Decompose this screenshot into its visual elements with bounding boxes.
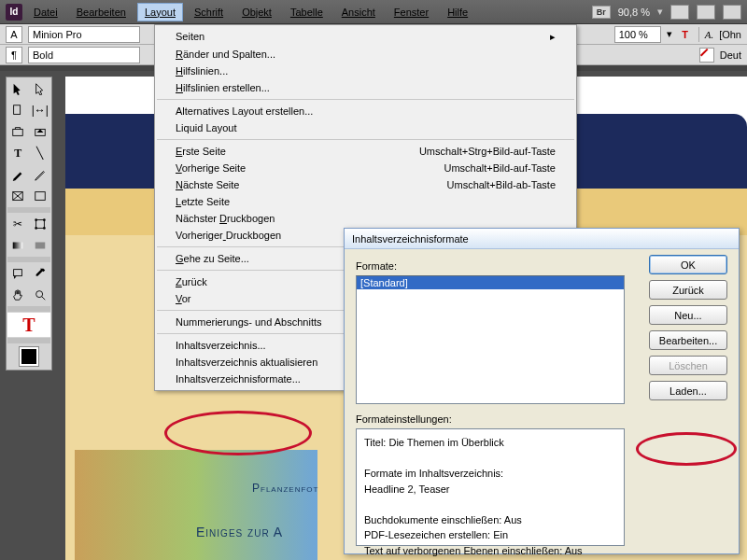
menu-item[interactable]: Hilfslinien erstellen... (155, 79, 576, 96)
gap-tool[interactable]: |↔| (30, 100, 51, 120)
svg-point-7 (43, 218, 46, 221)
deut-label: Deut (720, 49, 741, 61)
zoom-readout[interactable]: 90,8 % (618, 7, 650, 18)
pen-tool[interactable] (7, 164, 29, 185)
tools-panel: |↔| T ╲ ✂ T (6, 77, 52, 371)
fill-text-icon[interactable]: T (678, 27, 693, 42)
svg-rect-11 (35, 243, 46, 249)
formats-list[interactable]: [Standard] (356, 275, 625, 404)
note-tool[interactable] (7, 263, 29, 284)
default-fill-stroke[interactable] (7, 344, 50, 369)
menu-item[interactable]: Hilfslinien... (155, 63, 576, 79)
edit-button[interactable]: Bearbeiten... (649, 330, 727, 350)
hand-tool[interactable] (7, 285, 29, 305)
svg-rect-0 (14, 105, 21, 115)
svg-point-9 (43, 227, 46, 230)
delete-button[interactable]: Löschen (649, 356, 727, 375)
char-format-icon[interactable]: A (6, 26, 22, 43)
char-style-icon[interactable]: A. (705, 29, 713, 40)
menu-layout[interactable]: Layout (137, 3, 183, 21)
settings-line: Buchdokumente einschließen: Aus (364, 512, 616, 528)
gradient-swatch-tool[interactable] (7, 235, 29, 256)
ohn-label: [Ohn (719, 29, 741, 40)
settings-line: Titel: Die Themen im Überblick (364, 435, 616, 451)
menu-objekt[interactable]: Objekt (234, 3, 279, 21)
menu-fenster[interactable]: Fenster (387, 3, 436, 21)
settings-label: Formateinstellungen: (356, 413, 727, 425)
placed-image (75, 450, 317, 560)
menu-item[interactable]: Nächste SeiteUmschalt+Bild-ab-Taste (155, 176, 576, 193)
settings-box: Titel: Die Themen im Überblick Formate i… (356, 428, 625, 546)
svg-rect-1 (13, 129, 23, 135)
menu-schrift[interactable]: Schrift (187, 3, 231, 21)
eyedropper-tool[interactable] (30, 263, 51, 284)
rect-frame-tool[interactable] (7, 186, 29, 206)
menu-item[interactable]: Vorherige SeiteUmschalt+Bild-auf-Taste (155, 160, 576, 176)
menu-item[interactable]: Letzte Seite (155, 193, 576, 210)
menu-item[interactable]: Nächster Druckbogen (155, 210, 576, 227)
settings-line: Headline 2, Teaser (364, 482, 616, 497)
zoom-tool[interactable] (30, 285, 51, 305)
page-heading-1: Pflanzenfot (252, 482, 318, 495)
svg-point-13 (35, 291, 42, 298)
content-placer-tool[interactable] (30, 121, 51, 142)
menu-hilfe[interactable]: Hilfe (440, 3, 475, 21)
settings-line: Text auf verborgenen Ebenen einschließen… (364, 543, 616, 559)
font-weight-field[interactable] (28, 47, 140, 63)
menu-ansicht[interactable]: Ansicht (334, 3, 383, 21)
page-heading-2: Einiges zur A (196, 525, 283, 539)
settings-line (364, 451, 616, 467)
menu-item[interactable]: Seiten▸ (155, 28, 576, 46)
gradient-feather-tool[interactable] (30, 235, 51, 256)
menu-item[interactable]: Liquid Layout (155, 119, 576, 136)
free-transform-tool[interactable] (30, 214, 51, 234)
screen-mode-icon[interactable] (670, 5, 689, 20)
settings-line (364, 497, 616, 512)
settings-line: Formate im Inhaltsverzeichnis: (364, 466, 616, 482)
view-options-icon[interactable] (723, 5, 741, 20)
load-button[interactable]: Laden... (649, 381, 727, 400)
font-family-field[interactable] (28, 26, 140, 43)
scissors-tool[interactable]: ✂ (7, 214, 29, 234)
arrange-icon[interactable] (697, 5, 715, 20)
selection-tool[interactable] (7, 78, 29, 99)
fill-stroke-proxy[interactable]: T (7, 313, 50, 337)
menu-item[interactable]: Alternatives Layout erstellen... (155, 103, 576, 119)
zoom-field[interactable] (614, 26, 661, 43)
menubar: Id Datei Bearbeiten Layout Schrift Objek… (0, 0, 747, 24)
stroke-swatch-icon[interactable] (699, 48, 714, 63)
app-icon: Id (6, 4, 22, 21)
content-collector-tool[interactable] (7, 121, 29, 142)
para-format-icon[interactable]: ¶ (6, 47, 22, 63)
type-tool[interactable]: T (7, 143, 29, 163)
settings-line: PDF-Lesezeichen erstellen: Ein (364, 527, 616, 543)
new-button[interactable]: Neu... (649, 305, 727, 325)
svg-rect-4 (35, 192, 46, 201)
ok-button[interactable]: OK (649, 255, 727, 274)
bridge-chip[interactable]: Br (592, 6, 611, 19)
menu-tabelle[interactable]: Tabelle (283, 3, 331, 21)
menu-datei[interactable]: Datei (26, 3, 65, 21)
menu-item[interactable]: Ränder und Spalten... (155, 46, 576, 63)
svg-rect-12 (14, 270, 22, 276)
svg-rect-10 (13, 243, 23, 249)
toc-formats-dialog: Inhaltsverzeichnisformate Formate: [Stan… (344, 228, 740, 554)
chevron-down-icon[interactable]: ▾ (667, 28, 672, 40)
pencil-tool[interactable] (30, 164, 51, 185)
chevron-down-icon[interactable]: ▾ (657, 6, 663, 18)
svg-point-8 (35, 227, 37, 230)
dialog-title: Inhaltsverzeichnisformate (345, 229, 739, 249)
direct-select-tool[interactable] (30, 78, 51, 99)
back-button[interactable]: Zurück (649, 280, 727, 300)
svg-point-6 (35, 218, 37, 221)
menu-item[interactable]: Erste SeiteUmschalt+Strg+Bild-auf-Taste (155, 143, 576, 160)
rect-tool[interactable] (30, 186, 51, 206)
page-tool[interactable] (7, 100, 29, 120)
formats-list-item[interactable]: [Standard] (357, 276, 624, 289)
svg-rect-5 (35, 220, 44, 229)
menu-bearbeiten[interactable]: Bearbeiten (69, 3, 134, 21)
annotation-ellipse-load (636, 432, 737, 466)
line-tool[interactable]: ╲ (30, 143, 51, 163)
